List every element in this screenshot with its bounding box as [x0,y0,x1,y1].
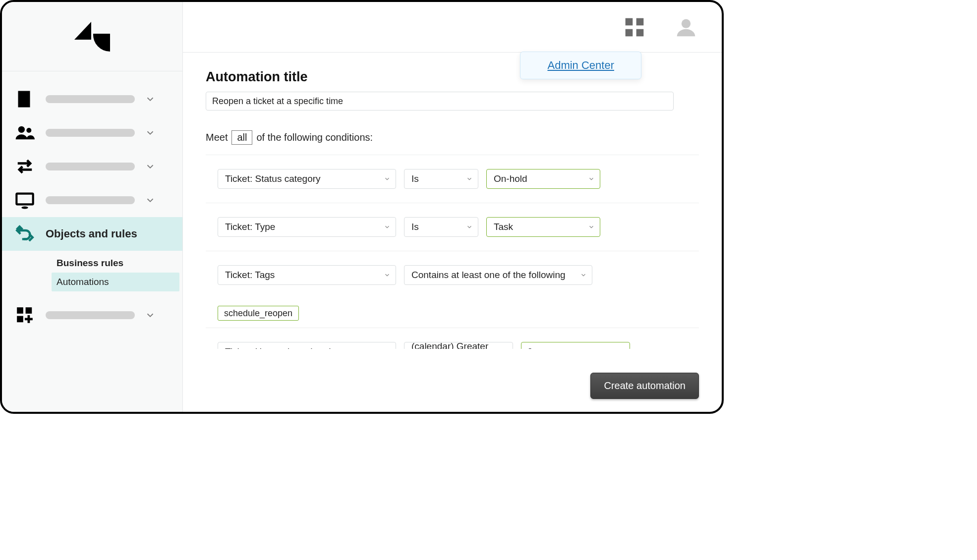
select-value: Contains at least one of the following [411,270,566,280]
chevron-down-icon [145,195,156,206]
apps-add-icon [14,304,36,326]
flow-icon [14,223,36,245]
sidebar: Objects and rules Business rules Automat… [2,2,183,412]
app-window: Objects and rules Business rules Automat… [0,0,724,414]
zendesk-logo-icon [74,22,110,52]
admin-center-flyout: Admin Center [520,52,641,79]
chevron-down-icon [384,348,391,349]
sidebar-placeholder [46,311,135,319]
svg-rect-12 [626,29,633,36]
svg-rect-9 [17,316,23,323]
chevron-down-icon [466,175,473,182]
svg-rect-7 [17,307,23,314]
condition-operator-select[interactable]: Contains at least one of the following [404,265,592,285]
profile-icon[interactable] [675,16,697,38]
select-value: Is [411,222,419,232]
subnav-automations[interactable]: Automations [52,273,179,291]
monitor-icon [14,189,36,211]
sidebar-placeholder [46,129,135,137]
select-value: Ticket: Tags [225,270,275,280]
condition-field-select[interactable]: Ticket: Status category [218,169,396,189]
tag-chip[interactable]: schedule_reopen [218,306,299,321]
svg-rect-13 [636,29,644,36]
condition-field-select[interactable]: Ticket: Type [218,217,396,237]
automation-title-input[interactable] [206,92,674,111]
sidebar-placeholder [46,163,135,170]
admin-center-link[interactable]: Admin Center [547,59,614,71]
condition-field-select[interactable]: Ticket: Tags [218,265,396,285]
footer: Create automation [183,349,722,412]
svg-rect-10 [626,18,633,25]
condition-operator-select[interactable]: (calendar) Greater than [404,342,513,349]
condition-value-select[interactable]: On-hold [486,169,600,189]
select-value: Task [494,222,513,232]
sidebar-item-channels[interactable] [2,150,182,183]
select-value: Is [411,173,419,184]
main: Admin Center Automation title Meet all o… [183,2,722,412]
chevron-down-icon [384,272,391,279]
chevron-down-icon [145,94,156,105]
products-grid-icon[interactable] [624,16,645,38]
create-automation-button[interactable]: Create automation [590,373,699,399]
sidebar-item-workspaces[interactable] [2,183,182,217]
conditions-sentence: Meet all of the following conditions: [206,130,699,145]
arrows-icon [14,156,36,177]
select-value: On-hold [494,173,527,184]
condition-value-select[interactable]: Task [486,217,600,237]
sidebar-placeholder [46,196,135,204]
sidebar-item-people[interactable] [2,116,182,150]
svg-point-3 [26,128,31,133]
chevron-down-icon [466,224,473,230]
chevron-down-icon [145,127,156,138]
chevron-down-icon [145,310,156,321]
chevron-down-icon [588,224,595,230]
condition-row: Ticket: Hours since due date (calendar) … [206,328,699,349]
sidebar-placeholder [46,95,135,103]
svg-point-2 [18,126,25,133]
chevron-down-icon [588,175,595,182]
content: Automation title Meet all of the followi… [183,53,722,349]
chevron-down-icon [145,161,156,172]
conditions-block: Ticket: Status category Is On-hold [206,155,699,349]
sidebar-item-label: Objects and rules [46,227,137,240]
sentence-all-box[interactable]: all [231,130,252,145]
sidebar-item-objects-rules[interactable]: Objects and rules [2,217,182,251]
chevron-down-icon [501,348,508,349]
condition-field-select[interactable]: Ticket: Hours since due date [218,342,396,349]
sidebar-nav: Objects and rules Business rules Automat… [2,71,182,332]
select-value: Ticket: Type [225,222,275,232]
sidebar-item-apps[interactable] [2,298,182,332]
logo-area [2,2,182,71]
chevron-down-icon [580,272,587,279]
condition-operator-select[interactable]: Is [404,169,478,189]
condition-operator-select[interactable]: Is [404,217,478,237]
condition-row: Ticket: Tags Contains at least one of th… [206,251,699,328]
svg-rect-11 [636,18,644,25]
svg-rect-4 [16,194,33,205]
svg-rect-8 [26,307,32,314]
sentence-post: of the following conditions: [256,132,373,143]
sentence-pre: Meet [206,132,228,143]
svg-point-14 [682,19,690,28]
svg-point-5 [21,207,28,209]
chevron-down-icon [384,175,391,182]
chevron-down-icon [384,224,391,230]
sidebar-item-account[interactable] [2,82,182,116]
subnav-business-rules[interactable]: Business rules [2,254,182,273]
condition-number-input[interactable] [521,342,630,349]
sidebar-subnav: Business rules Automations [2,251,182,298]
condition-row: Ticket: Status category Is On-hold [206,155,699,203]
select-value: Ticket: Status category [225,173,321,184]
condition-row: Ticket: Type Is Task [206,203,699,251]
people-icon [14,122,36,144]
topbar [183,2,722,53]
select-value: (calendar) Greater than [411,341,496,349]
select-value: Ticket: Hours since due date [225,346,344,349]
building-icon [14,88,36,110]
